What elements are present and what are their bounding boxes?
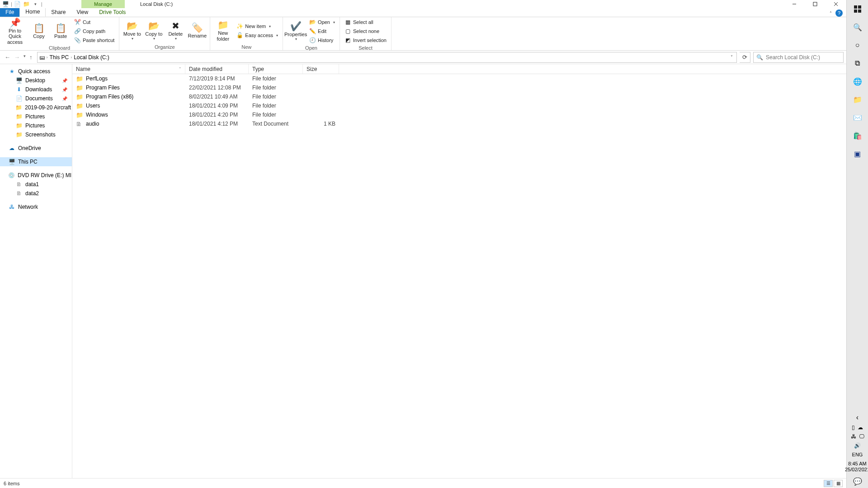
file-icon: 🗎 <box>15 181 23 188</box>
navtree-documents[interactable]: 📄Documents📌 <box>0 94 72 103</box>
collapse-ribbon-icon[interactable]: ˄ <box>830 11 832 16</box>
taskbar-app-edge[interactable]: 🌐 <box>847 72 868 90</box>
file-row[interactable]: 📁Windows18/01/2021 4:20 PMFile folder <box>72 110 846 119</box>
column-header-size[interactable]: Size <box>303 64 339 74</box>
start-button[interactable] <box>847 0 868 18</box>
taskbar-language[interactable]: ENG <box>852 450 863 459</box>
taskbar-clock[interactable]: 8:45 AM 25/02/2021 <box>845 459 868 474</box>
paste-button[interactable]: 📋 Paste <box>51 19 71 44</box>
qat-new-folder-icon[interactable]: 📁 <box>23 0 30 8</box>
address-bar[interactable]: 🖴 › This PC › Local Disk (C:) ˅ <box>37 52 737 63</box>
network-tray-icon[interactable]: 🖧 <box>851 433 856 440</box>
rename-button[interactable]: 🏷️Rename <box>187 18 207 43</box>
minimize-button[interactable] <box>784 0 805 8</box>
tab-share[interactable]: Share <box>46 8 71 17</box>
navtree-aircraft-folder[interactable]: 📁2019-09-20 Aircraft <box>0 103 72 112</box>
tray-icon[interactable]: ▯ <box>852 424 855 431</box>
navtree-pictures[interactable]: 📁Pictures <box>0 112 72 121</box>
taskbar-task-view-button[interactable]: ⧉ <box>847 54 868 72</box>
pin-to-quick-access-button[interactable]: 📌 Pin to Quick access <box>3 19 27 44</box>
svg-rect-6 <box>854 9 857 13</box>
file-date: 18/01/2021 4:09 PM <box>185 103 249 109</box>
thumbnails-view-toggle[interactable]: ▦ <box>834 480 843 487</box>
this-pc-icon: 🖥️ <box>8 159 15 165</box>
file-row[interactable]: 📁Users18/01/2021 4:09 PMFile folder <box>72 101 846 110</box>
easy-access-button[interactable]: 🔓Easy access▾ <box>235 31 280 39</box>
navtree-screenshots[interactable]: 📁Screenshots <box>0 130 72 139</box>
select-all-button[interactable]: ▦Select all <box>343 18 388 26</box>
navtree-dvd-drive[interactable]: 💿DVD RW Drive (E:) MI <box>0 171 72 180</box>
folder-icon: 📁 <box>853 95 862 104</box>
new-item-button[interactable]: ✨New item▾ <box>235 22 280 30</box>
delete-button[interactable]: ✖Delete▾ <box>165 18 185 43</box>
copy-path-button[interactable]: 🔗Copy path <box>72 27 116 35</box>
tab-home[interactable]: Home <box>19 7 46 17</box>
details-view-toggle[interactable]: ☰ <box>824 480 833 487</box>
file-row[interactable]: 🗎audio18/01/2021 4:12 PMText Document1 K… <box>72 119 846 128</box>
navtree-data2[interactable]: 🗎data2 <box>0 189 72 198</box>
navtree-desktop[interactable]: 🖥️Desktop📌 <box>0 76 72 85</box>
taskbar-search-button[interactable]: 🔍 <box>847 18 868 36</box>
open-button[interactable]: 📂Open▾ <box>307 18 337 26</box>
chevron-down-icon: ▾ <box>333 20 335 24</box>
move-to-button[interactable]: 📂Move to▾ <box>122 18 142 43</box>
navtree-this-pc[interactable]: 🖥️This PC <box>0 157 72 166</box>
navtree-network[interactable]: 🖧Network <box>0 202 72 211</box>
tab-drive-tools[interactable]: Drive Tools <box>94 8 131 17</box>
copy-button[interactable]: 📋 Copy <box>29 19 49 44</box>
select-none-button[interactable]: ▢Select none <box>343 27 388 35</box>
forward-button[interactable]: → <box>14 54 20 61</box>
cut-button[interactable]: ✂️Cut <box>72 18 116 26</box>
up-button[interactable]: ↑ <box>29 54 33 61</box>
paste-shortcut-button[interactable]: 📎Paste shortcut <box>72 36 116 44</box>
taskbar-app-store[interactable]: 🛍️ <box>847 127 868 145</box>
file-row[interactable]: 📁Program Files22/02/2021 12:08 PMFile fo… <box>72 83 846 92</box>
breadcrumb-location[interactable]: Local Disk (C:) <box>74 54 109 61</box>
navtree-onedrive[interactable]: ☁OneDrive <box>0 144 72 153</box>
navtree-pictures-2[interactable]: 📁Pictures <box>0 121 72 130</box>
navtree-quick-access[interactable]: ★Quick access <box>0 67 72 76</box>
col-label: Type <box>252 66 264 72</box>
file-row[interactable]: 📁Program Files (x86)8/02/2021 10:49 AMFi… <box>72 92 846 101</box>
taskbar-app-generic[interactable]: ▣ <box>847 145 868 163</box>
copy-to-button[interactable]: 📂Copy to▾ <box>144 18 164 43</box>
tab-file[interactable]: File <box>0 8 19 17</box>
btn-label: Cut <box>83 19 90 25</box>
volume-tray-icon[interactable]: 🔊 <box>854 442 861 449</box>
taskbar-cortana-button[interactable]: ○ <box>847 36 868 54</box>
search-box[interactable]: 🔍 Search Local Disk (C:) <box>753 52 844 63</box>
ribbon-group-select: ▦Select all ▢Select none ◩Invert selecti… <box>340 17 392 50</box>
file-row[interactable]: 📁PerfLogs7/12/2019 8:14 PMFile folder <box>72 74 846 83</box>
qat-customize-caret-icon[interactable]: ▾ <box>32 0 39 8</box>
help-icon[interactable]: ? <box>835 9 843 17</box>
nav-label: Quick access <box>18 68 50 75</box>
maximize-button[interactable] <box>805 0 826 8</box>
address-history-dropdown[interactable]: ˅ <box>729 55 735 60</box>
properties-button[interactable]: ✔️Properties▾ <box>286 19 306 44</box>
history-icon: 🕘 <box>309 37 316 43</box>
file-rows: 📁PerfLogs7/12/2019 8:14 PMFile folder📁Pr… <box>72 74 846 478</box>
action-center-button[interactable]: 💬 <box>847 474 868 488</box>
taskbar-app-explorer[interactable]: 📁 <box>847 90 868 108</box>
edit-button[interactable]: ✏️Edit <box>307 27 337 35</box>
display-tray-icon[interactable]: 🖵 <box>859 433 864 440</box>
column-header-name[interactable]: Name˄ <box>72 64 185 74</box>
navtree-data1[interactable]: 🗎data1 <box>0 180 72 189</box>
invert-selection-button[interactable]: ◩Invert selection <box>343 36 388 44</box>
new-folder-button[interactable]: 📁New folder <box>213 18 233 43</box>
taskbar-app-mail[interactable]: ✉️ <box>847 108 868 127</box>
qat-properties-icon[interactable]: 📄 <box>14 0 21 8</box>
history-button[interactable]: 🕘History <box>307 36 337 44</box>
recent-locations-dropdown[interactable]: ▾ <box>24 54 26 61</box>
back-button[interactable]: ← <box>5 54 10 61</box>
refresh-button[interactable]: ⟳ <box>740 52 750 63</box>
tab-view[interactable]: View <box>71 8 94 17</box>
taskbar-tray-expand[interactable]: ‹ <box>847 412 868 423</box>
column-header-date[interactable]: Date modified <box>185 64 249 74</box>
close-button[interactable] <box>826 0 846 8</box>
navtree-downloads[interactable]: ⬇Downloads📌 <box>0 85 72 94</box>
column-header-type[interactable]: Type <box>249 64 303 74</box>
btn-label: Select all <box>353 19 373 25</box>
onedrive-tray-icon[interactable]: ☁ <box>858 424 863 431</box>
breadcrumb-this-pc[interactable]: This PC <box>50 54 69 61</box>
